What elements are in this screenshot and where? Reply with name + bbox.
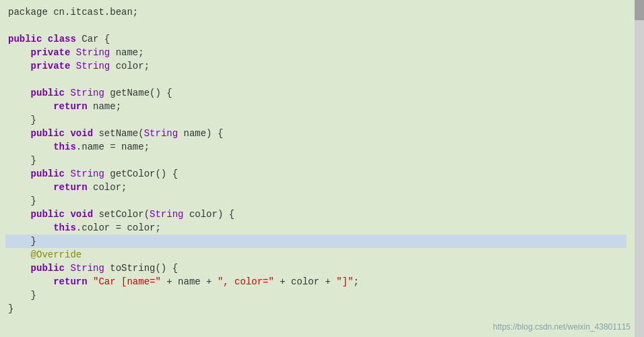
code-line: public class Car { (5, 32, 626, 46)
code-line: public String getName() { (5, 86, 626, 100)
code-line: public String toString() { (5, 262, 626, 275)
code-line (5, 19, 626, 32)
code-line: return "Car [name=" + name + ", color=" … (5, 275, 626, 288)
code-line: private String color; (5, 59, 626, 73)
code-line: package cn.itcast.bean; (5, 5, 626, 19)
code-line: public String getColor() { (5, 167, 626, 181)
code-line: return color; (5, 181, 626, 194)
code-line (5, 73, 626, 86)
code-line: this.color = color; (5, 221, 626, 235)
code-line: public void setColor(String color) { (5, 208, 626, 221)
code-line: } (5, 302, 626, 315)
code-area: package cn.itcast.bean; public class Car… (0, 3, 635, 318)
code-line: } (5, 288, 626, 302)
code-line: return name; (5, 100, 626, 113)
code-line: private String name; (5, 46, 626, 59)
code-line: } (5, 154, 626, 167)
code-container: package cn.itcast.bean; public class Car… (0, 0, 644, 337)
code-line: this.name = name; (5, 140, 626, 154)
scrollbar[interactable] (635, 0, 644, 337)
code-line: @Override (5, 248, 626, 262)
code-line: } (5, 113, 626, 127)
scrollbar-thumb[interactable] (635, 0, 644, 20)
watermark: https://blog.csdn.net/weixin_43801115 (493, 322, 631, 332)
code-line-highlighted: } (5, 235, 626, 248)
code-line: public void setName(String name) { (5, 127, 626, 140)
code-line: } (5, 194, 626, 208)
